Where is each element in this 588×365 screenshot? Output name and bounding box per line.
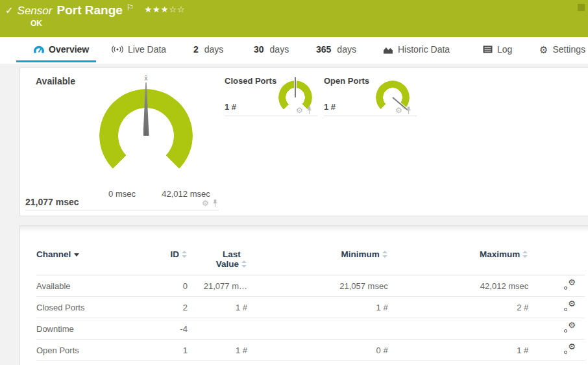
sort-desc-icon [74, 253, 79, 257]
channel-last-value: 1 # [188, 297, 247, 318]
pin-icon[interactable] [406, 107, 411, 114]
tab-365-days-label: days [337, 44, 356, 55]
gauge-block-divider [324, 116, 417, 116]
gauge-available-actions: ⚙ [202, 199, 218, 207]
channel-id: 1 [163, 340, 188, 361]
tab-2-days-label: days [204, 44, 224, 55]
tab-live-data[interactable]: Live Data [112, 37, 166, 62]
gauge-settings-icon[interactable]: ⚙ [296, 107, 303, 114]
channel-settings-icon[interactable]: ⚙ [563, 344, 576, 355]
channel-settings-icon[interactable]: ⚙ [563, 280, 576, 290]
table-row[interactable]: Downtime -4 ⚙ [36, 318, 585, 340]
channel-maximum [388, 318, 529, 340]
tab-30-days-number: 30 [254, 44, 264, 55]
gauge-available-title: Available [36, 76, 75, 86]
table-row[interactable]: Available 0 21,077 m… 21,057 msec 42,012… [36, 275, 585, 297]
tab-365-days[interactable]: 365 days [316, 37, 356, 62]
column-header-value-label: Value [216, 259, 239, 269]
table-row[interactable]: Open Ports 1 1 # 0 # 1 # ⚙ [36, 340, 585, 361]
priority-stars-filled[interactable]: ★★★ [144, 5, 169, 14]
sort-icon [382, 251, 388, 258]
status-badge: OK [31, 19, 42, 28]
gauges-panel: Available x̄ 0 msec 42,012 msec 21,077 m… [19, 68, 588, 216]
tab-365-days-number: 365 [316, 44, 331, 55]
status-check-icon: ✓ [5, 5, 14, 16]
column-header-last-value[interactable]: Last Value [188, 249, 247, 275]
tab-2-days[interactable]: 2 days [193, 37, 223, 62]
channel-last-value: 1 # [188, 340, 247, 361]
channel-last-value: 21,077 m… [188, 275, 247, 297]
flag-icon: ⚐ [127, 3, 134, 12]
channel-settings-icon[interactable]: ⚙ [563, 301, 576, 312]
channel-name: Available [36, 275, 163, 297]
historic-chart-icon [383, 45, 393, 54]
tab-log-label: Log [497, 44, 512, 55]
channel-id: 2 [163, 297, 188, 318]
table-row[interactable]: Closed Ports 2 1 # 1 # 2 # ⚙ [36, 297, 585, 318]
channel-last-value [188, 318, 247, 340]
channel-minimum: 0 # [247, 340, 388, 361]
column-header-maximum[interactable]: Maximum [388, 249, 529, 275]
gauge-closed-ports-value: 1 # [225, 102, 236, 112]
sort-icon [522, 251, 528, 258]
sensor-title-row: ✓ Sensor Port Range ⚐ ★★★☆☆ [5, 3, 186, 18]
pin-icon[interactable] [212, 199, 218, 207]
gauge-block-divider [25, 210, 219, 210]
column-header-last-label: Last [216, 249, 247, 259]
gauge-closed-ports-needle [295, 77, 296, 97]
gauge-open-ports-actions: ⚙ [395, 107, 411, 114]
priority-stars-empty[interactable]: ☆☆ [169, 5, 185, 14]
tab-overview[interactable]: Overview [34, 37, 89, 62]
gauge-open-ports-title: Open Ports [324, 76, 369, 86]
channel-id: 0 [163, 275, 188, 297]
channel-minimum [247, 318, 388, 340]
column-header-id[interactable]: ID [163, 249, 188, 275]
tab-30-days[interactable]: 30 days [254, 37, 289, 62]
tab-overview-label: Overview [49, 44, 89, 55]
page-title: Port Range [56, 3, 122, 18]
gauge-available: x̄ [99, 89, 193, 182]
tab-settings[interactable]: ⚙ Settings [539, 37, 585, 62]
channel-maximum: 2 # [388, 297, 529, 318]
tab-settings-label: Settings [552, 44, 585, 55]
gauge-closed-ports-actions: ⚙ [296, 107, 312, 114]
gauge-block-divider [225, 116, 317, 116]
tab-bar: Overview Live Data 2 days 30 days 365 da… [0, 37, 588, 64]
corner-icon [578, 4, 585, 11]
tab-30-days-label: days [270, 44, 289, 55]
gauge-max-label: 42,012 msec [155, 189, 217, 199]
channel-settings-icon[interactable]: ⚙ [563, 323, 576, 333]
channel-maximum: 1 # [388, 340, 529, 361]
channel-minimum: 21,057 msec [247, 275, 388, 297]
pin-icon[interactable] [306, 107, 312, 114]
settings-gear-icon: ⚙ [539, 45, 548, 55]
tab-historic-data-label: Historic Data [398, 44, 450, 55]
column-header-channel-label: Channel [36, 249, 71, 259]
gauge-min-label: 0 msec [99, 189, 145, 199]
channels-panel: Channel ID Last Value Minimum Maximum [19, 225, 588, 365]
tab-log[interactable]: Log [483, 37, 512, 62]
gauge-average-marker: x̄ [99, 75, 193, 82]
column-header-maximum-label: Maximum [480, 249, 520, 259]
channel-name: Closed Ports [36, 297, 163, 318]
column-header-channel[interactable]: Channel [36, 249, 163, 275]
tab-2-days-number: 2 [193, 44, 199, 55]
column-header-id-label: ID [170, 249, 179, 259]
priority-stars[interactable]: ★★★☆☆ [144, 5, 185, 14]
column-header-minimum[interactable]: Minimum [247, 249, 388, 275]
tab-historic-data[interactable]: Historic Data [383, 37, 450, 62]
sensor-header: ✓ Sensor Port Range ⚐ ★★★☆☆ OK [0, 0, 588, 37]
channel-minimum: 1 # [247, 297, 388, 318]
sort-icon [182, 251, 188, 258]
channel-name: Downtime [36, 318, 163, 340]
gauge-settings-icon[interactable]: ⚙ [395, 107, 402, 114]
table-header-row: Channel ID Last Value Minimum Maximum [36, 249, 585, 275]
channels-table: Channel ID Last Value Minimum Maximum [36, 249, 585, 361]
channel-maximum: 42,012 msec [388, 275, 529, 297]
gauge-open-ports-value: 1 # [324, 102, 336, 112]
sort-icon [241, 260, 247, 268]
active-tab-underline [16, 60, 96, 62]
channel-id: -4 [163, 318, 188, 340]
sensor-kind-label: Sensor [18, 5, 53, 18]
gauge-settings-icon[interactable]: ⚙ [202, 199, 209, 207]
